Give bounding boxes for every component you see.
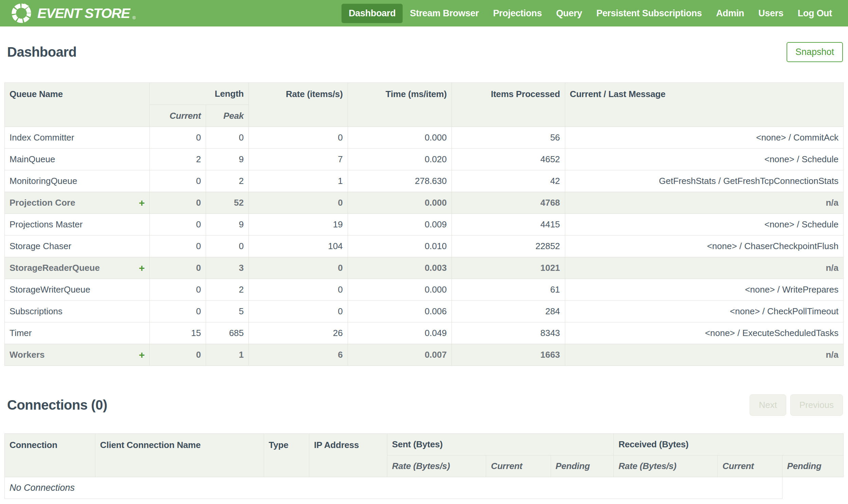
- queue-length-peak: 5: [206, 301, 249, 322]
- queue-name: Subscriptions: [10, 306, 62, 317]
- queue-row: Timer 15 685 26 0.049 8343 <none> / Exec…: [5, 322, 844, 344]
- queue-rate: 0: [249, 257, 348, 279]
- queue-row: Index Committer 0 0 0 0.000 56 <none> / …: [5, 127, 844, 149]
- col-header-sent-current: Current: [486, 455, 551, 477]
- queue-items-processed: 22852: [451, 236, 565, 257]
- queue-row: Storage Chaser 0 0 104 0.010 22852 <none…: [5, 236, 844, 257]
- nav-item-dashboard[interactable]: Dashboard: [342, 4, 403, 23]
- col-header-client-connection-name: Client Connection Name: [95, 434, 264, 477]
- queue-message: <none> / ExecuteScheduledTasks: [565, 322, 843, 344]
- queue-items-processed: 56: [451, 127, 565, 149]
- queue-time: 0.000: [348, 192, 451, 214]
- queue-rate: 26: [249, 322, 348, 344]
- queue-length-current: 0: [150, 257, 206, 279]
- queue-length-current: 2: [150, 149, 206, 170]
- queue-rate: 6: [249, 344, 348, 366]
- col-header-sent-rate: Rate (Bytes/s): [387, 455, 486, 477]
- queue-length-current: 0: [150, 301, 206, 322]
- queue-length-peak: 52: [206, 192, 249, 214]
- col-header-type: Type: [264, 434, 309, 477]
- queue-row: MonitoringQueue 0 2 1 278.630 42 GetFres…: [5, 170, 844, 192]
- queue-time: 0.006: [348, 301, 451, 322]
- page-header: Dashboard Snapshot: [7, 42, 843, 62]
- queue-message: <none> / WritePrepares: [565, 279, 843, 301]
- queue-length-current: 15: [150, 322, 206, 344]
- col-header-peak: Peak: [206, 105, 249, 127]
- queue-time: 0.049: [348, 322, 451, 344]
- queue-items-processed: 61: [451, 279, 565, 301]
- nav-item-admin[interactable]: Admin: [709, 4, 752, 23]
- queue-row: StorageWriterQueue 0 2 0 0.000 61 <none>…: [5, 279, 844, 301]
- col-header-items-processed: Items Processed: [451, 83, 565, 127]
- brand-name: EVENT STORE: [37, 5, 130, 21]
- queue-items-processed: 4415: [451, 214, 565, 236]
- queue-rate: 0: [249, 301, 348, 322]
- top-navbar: EVENT STORE ® DashboardStream BrowserPro…: [0, 0, 848, 26]
- queue-rate: 1: [249, 170, 348, 192]
- queue-length-peak: 9: [206, 149, 249, 170]
- no-connections-row: No Connections: [5, 477, 844, 499]
- col-header-rate: Rate (items/s): [249, 83, 348, 127]
- queue-length-peak: 1: [206, 344, 249, 366]
- queue-message: <none> / Schedule: [565, 214, 843, 236]
- queue-length-peak: 0: [206, 236, 249, 257]
- queue-name: Projections Master: [10, 219, 83, 230]
- main-content: Dashboard Snapshot Queue Name Length Rat…: [0, 42, 848, 499]
- queue-time: 0.009: [348, 214, 451, 236]
- queue-message: <none> / CheckPollTimeout: [565, 301, 843, 322]
- queue-time: 0.020: [348, 149, 451, 170]
- nav-item-query[interactable]: Query: [549, 4, 589, 23]
- queue-items-processed: 4768: [451, 192, 565, 214]
- queue-rate: 0: [249, 127, 348, 149]
- queue-row: Projection Core + 0 52 0 0.000 4768 n/a: [5, 192, 844, 214]
- queue-time: 0.000: [348, 279, 451, 301]
- queue-time: 0.007: [348, 344, 451, 366]
- nav-item-persistent-subscriptions[interactable]: Persistent Subscriptions: [589, 4, 709, 23]
- queue-length-peak: 685: [206, 322, 249, 344]
- nav-item-log-out[interactable]: Log Out: [791, 4, 839, 23]
- page-title: Dashboard: [7, 44, 76, 60]
- nav-menu: DashboardStream BrowserProjectionsQueryP…: [342, 4, 839, 23]
- queue-length-current: 0: [150, 214, 206, 236]
- queue-message: n/a: [565, 257, 843, 279]
- queues-table: Queue Name Length Rate (items/s) Time (m…: [4, 83, 844, 366]
- queue-time: 0.000: [348, 127, 451, 149]
- col-header-time: Time (ms/item): [348, 83, 451, 127]
- queue-row: StorageReaderQueue + 0 3 0 0.003 1021 n/…: [5, 257, 844, 279]
- queue-message: <none> / Schedule: [565, 149, 843, 170]
- queue-name: Projection Core: [10, 198, 75, 208]
- snapshot-button[interactable]: Snapshot: [787, 42, 843, 62]
- no-connections-message: No Connections: [5, 477, 782, 499]
- queue-message: n/a: [565, 192, 843, 214]
- queue-message: <none> / ChaserCheckpointFlush: [565, 236, 843, 257]
- queue-items-processed: 8343: [451, 322, 565, 344]
- col-header-received-rate: Rate (Bytes/s): [613, 455, 717, 477]
- queue-name: StorageWriterQueue: [10, 284, 90, 295]
- queue-length-peak: 2: [206, 279, 249, 301]
- queue-items-processed: 4652: [451, 149, 565, 170]
- queue-length-current: 0: [150, 236, 206, 257]
- previous-button[interactable]: Previous: [790, 394, 843, 416]
- col-header-received-current: Current: [718, 455, 782, 477]
- queue-rate: 0: [249, 279, 348, 301]
- nav-item-stream-browser[interactable]: Stream Browser: [403, 4, 486, 23]
- queue-length-current: 0: [150, 127, 206, 149]
- expand-plus-icon[interactable]: +: [139, 198, 145, 208]
- queue-message: n/a: [565, 344, 843, 366]
- queue-name: StorageReaderQueue: [10, 263, 100, 273]
- queue-name: Storage Chaser: [10, 241, 71, 252]
- connections-title: Connections (0): [7, 397, 107, 413]
- queue-time: 278.630: [348, 170, 451, 192]
- nav-item-users[interactable]: Users: [751, 4, 791, 23]
- queue-length-peak: 3: [206, 257, 249, 279]
- queue-row: Subscriptions 0 5 0 0.006 284 <none> / C…: [5, 301, 844, 322]
- expand-plus-icon[interactable]: +: [139, 263, 145, 273]
- nav-item-projections[interactable]: Projections: [486, 4, 549, 23]
- col-header-sent: Sent (Bytes): [387, 434, 613, 455]
- queue-rate: 7: [249, 149, 348, 170]
- queue-time: 0.010: [348, 236, 451, 257]
- next-button[interactable]: Next: [750, 394, 786, 416]
- col-header-message: Current / Last Message: [565, 83, 843, 127]
- brand-logo[interactable]: EVENT STORE ®: [11, 3, 136, 24]
- expand-plus-icon[interactable]: +: [139, 350, 145, 360]
